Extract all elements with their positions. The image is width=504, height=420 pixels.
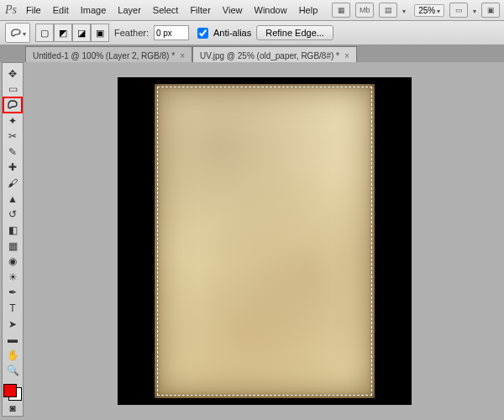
magic-wand-tool[interactable]: ✦ xyxy=(3,113,22,129)
arrange-icon[interactable]: ▭ xyxy=(449,3,468,18)
lasso-icon xyxy=(9,28,23,38)
healing-brush-tool[interactable]: ✚ xyxy=(3,160,22,176)
marquee-tool[interactable]: ▭ xyxy=(3,82,22,97)
eraser-tool[interactable]: ◧ xyxy=(3,223,22,238)
menu-file[interactable]: File xyxy=(20,3,47,18)
shape-tool[interactable]: ▬ xyxy=(3,332,22,347)
move-tool[interactable]: ✥ xyxy=(3,66,22,81)
bridge-icon[interactable]: ▦ xyxy=(332,3,350,18)
app-logo: Ps xyxy=(5,2,17,18)
menu-select[interactable]: Select xyxy=(147,3,185,18)
clone-stamp-tool[interactable]: ▲ xyxy=(3,192,22,207)
options-bar: ▢ ◩ ◪ ▣ Feather: Anti-alias Refine Edge.… xyxy=(0,21,504,45)
arrange-dropdown[interactable] xyxy=(473,5,476,15)
menu-view[interactable]: View xyxy=(217,3,249,18)
minibridge-icon[interactable]: Mb xyxy=(355,3,374,18)
hand-tool[interactable]: ✋ xyxy=(3,348,22,363)
zoom-tool[interactable]: 🔍 xyxy=(3,364,22,379)
selection-intersect[interactable]: ▣ xyxy=(91,24,109,42)
dodge-tool[interactable]: ☀ xyxy=(3,270,22,285)
menu-bar: Ps File Edit Image Layer Select Filter V… xyxy=(0,0,504,21)
lasso-icon xyxy=(6,99,19,111)
tab-untitled-1[interactable]: Untitled-1 @ 100% (Layer 2, RGB/8) * × xyxy=(25,46,192,64)
workspace: ✥ ▭ ✦ ✂ ✎ ✚ 🖌 ▲ ↺ ◧ ▦ ◉ ☀ ✒ T ➤ ▬ ✋ 🔍 ◙ xyxy=(0,62,504,420)
extras-icon[interactable]: ▤ xyxy=(379,3,397,18)
feather-input[interactable] xyxy=(154,25,189,40)
close-icon[interactable]: × xyxy=(344,51,349,60)
refine-edge-button[interactable]: Refine Edge... xyxy=(256,25,333,40)
menu-image[interactable]: Image xyxy=(75,3,113,18)
old-paper-layer[interactable] xyxy=(155,84,375,398)
antialias-checkbox[interactable]: Anti-alias xyxy=(194,25,251,41)
crop-tool[interactable]: ✂ xyxy=(3,129,22,144)
history-brush-tool[interactable]: ↺ xyxy=(3,207,22,222)
zoom-dropdown[interactable]: 25% xyxy=(414,4,444,17)
selection-add[interactable]: ◩ xyxy=(54,24,72,42)
color-swatches[interactable] xyxy=(3,384,22,400)
quick-mask-toggle[interactable]: ◙ xyxy=(3,402,22,417)
foreground-color-swatch[interactable] xyxy=(3,384,17,397)
blur-tool[interactable]: ◉ xyxy=(3,254,22,269)
selection-new[interactable]: ▢ xyxy=(35,24,54,42)
tab-label: Untitled-1 @ 100% (Layer 2, RGB/8) * xyxy=(33,51,175,60)
tab-label: UV.jpg @ 25% (old_paper, RGB/8#) * xyxy=(200,51,339,60)
close-icon[interactable]: × xyxy=(180,51,185,60)
menu-edit[interactable]: Edit xyxy=(47,3,75,18)
canvas-area[interactable] xyxy=(29,66,501,417)
gradient-tool[interactable]: ▦ xyxy=(3,239,22,254)
tool-preset-picker[interactable] xyxy=(5,23,30,43)
tab-uv-jpg[interactable]: UV.jpg @ 25% (old_paper, RGB/8#) * × xyxy=(192,46,357,64)
feather-label: Feather: xyxy=(114,28,149,38)
eyedropper-tool[interactable]: ✎ xyxy=(3,144,22,160)
antialias-label: Anti-alias xyxy=(213,28,251,38)
canvas-background xyxy=(118,77,412,405)
menu-layer[interactable]: Layer xyxy=(112,3,147,18)
document-tabs: Untitled-1 @ 100% (Layer 2, RGB/8) * × U… xyxy=(0,45,504,64)
selection-subtract[interactable]: ◪ xyxy=(72,24,91,42)
menu-window[interactable]: Window xyxy=(249,3,293,18)
extras-dropdown[interactable] xyxy=(402,5,406,15)
path-selection-tool[interactable]: ➤ xyxy=(3,317,22,332)
zoom-value: 25% xyxy=(418,6,435,15)
pen-tool[interactable]: ✒ xyxy=(3,286,22,301)
launch-icons: ▦ Mb ▤ 25% ▭ ▣ xyxy=(332,3,504,18)
toolbox: ✥ ▭ ✦ ✂ ✎ ✚ 🖌 ▲ ↺ ◧ ▦ ◉ ☀ ✒ T ➤ ▬ ✋ 🔍 ◙ xyxy=(2,62,24,417)
antialias-check-input[interactable] xyxy=(197,28,208,39)
lasso-selection-marquee xyxy=(157,87,372,396)
menu-help[interactable]: Help xyxy=(293,3,324,18)
screenmode-icon[interactable]: ▣ xyxy=(481,3,500,18)
brush-tool[interactable]: 🖌 xyxy=(3,176,22,191)
lasso-tool[interactable] xyxy=(3,97,22,113)
type-tool[interactable]: T xyxy=(3,301,22,316)
selection-mode-group: ▢ ◩ ◪ ▣ xyxy=(35,24,109,42)
menu-filter[interactable]: Filter xyxy=(184,3,216,18)
